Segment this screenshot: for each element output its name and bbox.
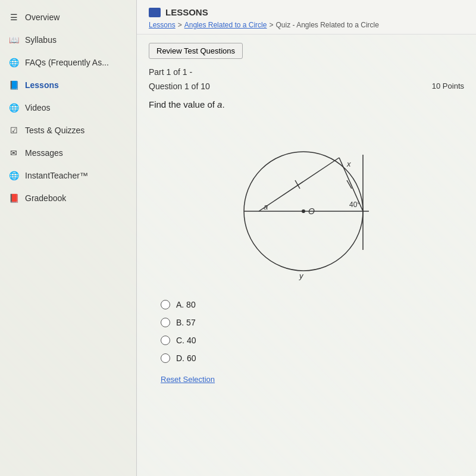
review-test-button[interactable]: Review Test Questions (149, 43, 243, 59)
sidebar-item-messages[interactable]: ✉ Messages (0, 142, 136, 164)
lessons-header-icon (149, 8, 161, 17)
choice-a[interactable]: A. 80 (161, 300, 464, 309)
sidebar-label-lessons: Lessons (25, 80, 59, 90)
breadcrumb: Lessons > Angles Related to a Circle > Q… (149, 21, 464, 29)
breadcrumb-current: Quiz - Angles Related to a Circle (275, 21, 378, 29)
sidebar-item-syllabus[interactable]: 📖 Syllabus (0, 29, 136, 51)
sidebar-label-faqs: FAQs (Frequently As... (25, 58, 109, 67)
radio-d[interactable] (161, 353, 170, 363)
main-header: LESSONS Lessons > Angles Related to a Ci… (137, 0, 476, 35)
overview-icon: ☰ (8, 12, 19, 23)
messages-icon: ✉ (8, 148, 19, 158)
videos-icon: 🌐 (8, 102, 19, 113)
sidebar: ☰ Overview 📖 Syllabus 🌐 FAQs (Frequently… (0, 0, 137, 476)
question-header: Question 1 of 10 10 Points (149, 82, 464, 91)
sidebar-label-syllabus: Syllabus (25, 35, 57, 45)
question-number: Question 1 of 10 (149, 82, 210, 91)
question-text: Find the value of a. (149, 99, 464, 109)
breadcrumb-sep1: > (178, 21, 182, 29)
choice-c-label: C. 40 (176, 336, 196, 345)
breadcrumb-lessons-link[interactable]: Lessons (149, 21, 176, 29)
choice-b-label: B. 57 (176, 318, 196, 327)
reset-selection-link[interactable]: Reset Selection (149, 375, 464, 384)
svg-line-5 (259, 158, 339, 211)
sidebar-item-faqs[interactable]: 🌐 FAQs (Frequently As... (0, 51, 136, 74)
radio-c[interactable] (161, 336, 170, 345)
sidebar-label-messages: Messages (25, 148, 63, 158)
part-label: Part 1 of 1 - (149, 67, 464, 77)
choice-c[interactable]: C. 40 (161, 336, 464, 345)
radio-a[interactable] (161, 300, 170, 309)
gradebook-icon: 📕 (8, 193, 19, 203)
sidebar-item-lessons[interactable]: 📘 Lessons (0, 74, 136, 96)
content-area: Review Test Questions Part 1 of 1 - Ques… (137, 35, 476, 392)
svg-text:a: a (264, 202, 268, 211)
sidebar-label-videos: Videos (25, 103, 51, 112)
sidebar-item-instantteacher[interactable]: 🌐 InstantTeacher™ (0, 164, 136, 187)
sidebar-label-instantteacher: InstantTeacher™ (25, 171, 88, 180)
lessons-icon: 📘 (8, 80, 19, 90)
sidebar-item-tests[interactable]: ☑ Tests & Quizzes (0, 119, 136, 142)
diagram-container: O (149, 119, 464, 286)
choice-d-label: D. 60 (176, 353, 196, 363)
sidebar-label-gradebook: Gradebook (25, 193, 66, 203)
svg-text:x: x (346, 159, 351, 168)
instantteacher-icon: 🌐 (8, 170, 19, 181)
main-content: LESSONS Lessons > Angles Related to a Ci… (137, 0, 476, 476)
syllabus-icon: 📖 (8, 35, 19, 45)
sidebar-item-overview[interactable]: ☰ Overview (0, 6, 136, 29)
geometry-diagram: O (211, 119, 402, 286)
breadcrumb-section-link[interactable]: Angles Related to a Circle (184, 21, 267, 29)
choice-a-label: A. 80 (176, 300, 196, 309)
breadcrumb-sep2: > (269, 21, 273, 29)
answer-choices: A. 80 B. 57 C. 40 D. 60 (149, 300, 464, 363)
points-label: 10 Points (432, 82, 464, 90)
sidebar-item-videos[interactable]: 🌐 Videos (0, 96, 136, 119)
sidebar-label-overview: Overview (25, 12, 60, 22)
tests-icon: ☑ (8, 125, 19, 136)
svg-text:40°: 40° (349, 201, 360, 209)
page-title: LESSONS (149, 7, 464, 17)
choice-d[interactable]: D. 60 (161, 353, 464, 363)
choice-b[interactable]: B. 57 (161, 318, 464, 327)
sidebar-label-tests: Tests & Quizzes (25, 126, 84, 135)
faqs-icon: 🌐 (8, 57, 19, 68)
radio-b[interactable] (161, 318, 170, 327)
svg-text:y: y (299, 271, 304, 280)
sidebar-item-gradebook[interactable]: 📕 Gradebook (0, 187, 136, 209)
